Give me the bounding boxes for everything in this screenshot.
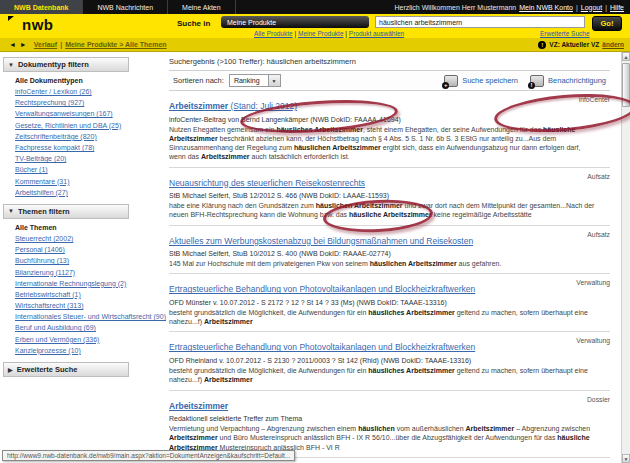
tab-meine-akten[interactable]: Meine Akten [168, 0, 236, 14]
scroll-up-icon[interactable]: ▲ [622, 52, 630, 61]
select-product-link[interactable]: Produkt auswählen [349, 30, 404, 37]
result-item: Ertragsteuerliche Behandlung von Photovo… [169, 332, 610, 390]
user-area: Herzlich Willkommen Herr Mustermann Mein… [394, 0, 630, 14]
top-tabs: NWB DatenbankNWB NachrichtenMeine Akten [0, 0, 236, 14]
result-type-label: Aufsatz [587, 173, 610, 180]
doc-filter-verwaltungsanweisungen-167-[interactable]: Verwaltungsanweisungen (167) [15, 108, 129, 119]
theme-filter-beruf-und-ausbildung-69-[interactable]: Beruf und Ausbildung (69) [15, 322, 129, 333]
doc-filter-rechtsprechung-927-[interactable]: Rechtsprechung (927) [15, 97, 129, 108]
result-type-label: Verwaltung [576, 337, 610, 344]
result-item: Neuausrichtung des steuerlichen Reisekos… [169, 168, 610, 226]
vertical-scrollbar[interactable]: ▲ ▼ [621, 52, 630, 463]
doc-type-filter-title: Dokumenttyp filtern [18, 60, 89, 69]
theme-filter-internationale-rechnungslegung[interactable]: Internationale Rechnungslegung (2) [15, 278, 129, 289]
result-meta: infoCenter-Beitrag von Bernd Langenkämpe… [169, 113, 610, 124]
tab-nwb-datenbank[interactable]: NWB Datenbank [0, 0, 83, 14]
result-item: Aktuelles zum Werbungskostenabzug bei Bi… [169, 226, 610, 275]
link-separator: | [605, 4, 607, 11]
all-themes-label: Alle Themen [3, 219, 129, 233]
theme-filter-steuerrecht-2002-[interactable]: Steuerrecht (2002) [15, 233, 129, 244]
result-title-link[interactable]: Arbeitszimmer (Stand: Juli 2012) [169, 101, 357, 111]
vz-change-link[interactable]: ändern [602, 41, 624, 48]
help-link[interactable]: Hilfe [610, 4, 624, 11]
tab-nwb-nachrichten[interactable]: NWB Nachrichten [83, 0, 168, 14]
doc-filter-gesetze-richtlinien-und-dba-25[interactable]: Gesetze, Richtlinien und DBA (25) [15, 120, 129, 131]
nwb-logo: nwb [22, 16, 54, 33]
chevron-down-icon: ▼ [268, 75, 280, 86]
logo-flag-icon [8, 16, 14, 21]
breadcrumb-bar: ◄ ► Verlauf | Meine Produkte > Alle Them… [0, 38, 630, 52]
result-item: ArbeitszimmerDossierRedaktionell selekti… [169, 391, 610, 458]
theme-filter-internationales-steuer-und-wir[interactable]: Internationales Steuer- und Wirtschaftsr… [15, 311, 129, 322]
theme-filter-buchführung-13-[interactable]: Buchführung (13) [15, 255, 129, 266]
scroll-down-icon[interactable]: ▼ [622, 454, 630, 463]
brand-header: nwb Suche in Meine Produkte Go! Alle Pro… [0, 14, 630, 38]
search-input[interactable] [375, 16, 585, 28]
theme-filter-title: Themen filtern [18, 207, 70, 216]
vz-alert-icon: ! [538, 41, 546, 49]
result-item: Arbeitszimmer (Stand: Juli 2012)infoCent… [169, 91, 610, 168]
notification-button[interactable]: ! Benachrichtigung [530, 75, 606, 87]
theme-filter-bilanzierung-1127-[interactable]: Bilanzierung (1127) [15, 266, 129, 277]
result-snippet: 145 Mal zur Hochschule mit dem privateig… [169, 258, 610, 268]
scope-value: Meine Produkte [227, 19, 276, 26]
advanced-search-link[interactable]: Erweiterte Suche [540, 30, 590, 37]
doc-filter-fachpresse-kompakt-78-[interactable]: Fachpresse kompakt (78) [15, 142, 129, 153]
top-navigation-bar: NWB DatenbankNWB NachrichtenMeine Akten … [0, 0, 630, 14]
doc-type-list: infoCenter / Lexikon (26)Rechtsprechung … [3, 86, 129, 198]
result-title-link[interactable]: Arbeitszimmer [169, 401, 288, 411]
result-title-link[interactable]: Ertragsteuerliche Behandlung von Photovo… [169, 342, 535, 352]
result-type-label: infoCenter [579, 96, 610, 103]
result-meta: StB Michael Seifert, StuB 10/2012 S. 400… [169, 248, 610, 259]
theme-list: Steuerrecht (2002)Personal (1406)Buchfüh… [3, 233, 129, 356]
chevron-down-icon: ▼ [8, 62, 14, 68]
save-search-icon: + [444, 75, 458, 87]
doc-type-filter-header[interactable]: ▼ Dokumenttyp filtern [3, 57, 129, 72]
notification-label: Benachrichtigung [548, 76, 606, 85]
scrollbar-thumb[interactable] [622, 63, 630, 107]
all-products-link[interactable]: Alle Produkte [254, 30, 293, 37]
result-title-link[interactable]: Neuausrichtung des steuerlichen Reisekos… [169, 178, 425, 188]
sort-dropdown[interactable]: Ranking ▼ [229, 74, 281, 87]
result-type-label: Verwaltung [576, 279, 610, 286]
results-toolbar: Sortieren nach: Ranking ▼ + Suche speich… [169, 70, 610, 91]
welcome-text: Herzlich Willkommen Herr Mustermann [394, 4, 516, 11]
search-scope-dropdown[interactable]: Meine Produkte [221, 16, 369, 28]
result-meta: OFD Rheinland v. 10.07.2012 - S 2130 ? 2… [169, 354, 610, 365]
account-link[interactable]: Mein NWB Konto [519, 4, 573, 11]
go-button[interactable]: Go! [592, 16, 622, 31]
status-url-tooltip: http://www9.nwb-datenbank.de/nwb9/main.a… [2, 450, 295, 461]
result-title-link[interactable]: Aktuelles zum Werbungskostenabzug bei Bi… [169, 236, 533, 246]
theme-filter-personal-1406-[interactable]: Personal (1406) [15, 244, 129, 255]
save-search-button[interactable]: + Suche speichern [444, 75, 518, 87]
link-separator: | [576, 4, 578, 11]
my-products-link[interactable]: Meine Produkte [298, 30, 344, 37]
filter-sidebar: ▼ Dokumenttyp filtern Alle Dokumenttypen… [0, 52, 129, 463]
theme-filter-erben-und-vermögen-336-[interactable]: Erben und Vermögen (336) [15, 334, 129, 345]
doc-filter-kommentare-31-[interactable]: Kommentare (31) [15, 176, 129, 187]
logout-link[interactable]: Logout [581, 4, 602, 11]
verlauf-link[interactable]: Verlauf [34, 41, 57, 48]
doc-filter-infocenter-lexikon-26-[interactable]: infoCenter / Lexikon (26) [15, 86, 129, 97]
result-meta: StB Michael Seifert, StuB 12/2012 S. 466… [169, 190, 610, 201]
theme-filter-kanzleiprozesse-10-[interactable]: Kanzleiprozesse (10) [15, 345, 129, 356]
result-title-link[interactable]: Ertragsteuerliche Behandlung von Photovo… [169, 284, 535, 294]
theme-filter-betriebswirtschaft-1-[interactable]: Betriebswirtschaft (1) [15, 289, 129, 300]
chevron-down-icon: ▼ [8, 208, 14, 214]
theme-filter-header[interactable]: ▼ Themen filtern [3, 204, 129, 219]
doc-filter-arbeitshilfen-27-[interactable]: Arbeitshilfen (27) [15, 187, 129, 198]
result-type-label: Dossier [587, 396, 610, 403]
content-area: ▼ Dokumenttyp filtern Alle Dokumenttypen… [0, 52, 622, 463]
save-search-label: Suche speichern [462, 76, 518, 85]
doc-filter-tv-beiträge-20-[interactable]: TV-Beiträge (20) [15, 153, 129, 164]
advanced-search-header[interactable]: ▶ Erweiterte Suche [3, 362, 129, 377]
scope-links: Alle Produkte | Meine Produkte | Produkt… [254, 30, 404, 37]
nwb-database-page: NWB DatenbankNWB NachrichtenMeine Akten … [0, 0, 630, 463]
history-back-forward-icons[interactable]: ◄ ► [9, 41, 28, 48]
doc-filter-bücher-1-[interactable]: Bücher (1) [15, 164, 129, 175]
doc-filter-zeitschriftenbeiträge-820-[interactable]: Zeitschriftenbeiträge (820) [15, 131, 129, 142]
breadcrumb-separator: | [60, 41, 62, 48]
breadcrumb-path-link[interactable]: Meine Produkte > Alle Themen [65, 41, 166, 48]
breadcrumb: Verlauf | Meine Produkte > Alle Themen [34, 41, 167, 48]
theme-filter-wirtschaftsrecht-313-[interactable]: Wirtschaftsrecht (313) [15, 300, 129, 311]
